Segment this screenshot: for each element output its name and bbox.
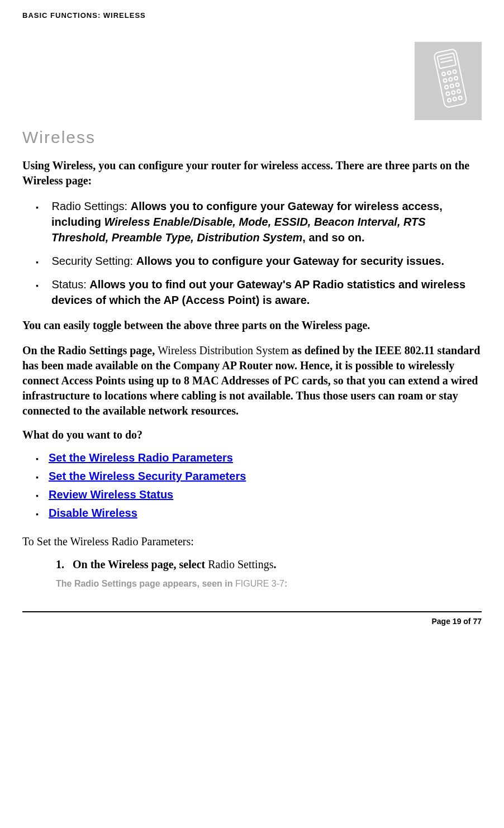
step-bold: On the Wireless page, select — [73, 558, 208, 570]
step-num: 1. — [56, 558, 64, 570]
svg-point-10 — [445, 85, 449, 89]
figure-number: FIGURE 3-7 — [235, 579, 284, 588]
link-item: Set the Wireless Radio Parameters — [22, 451, 482, 464]
bullet-label: Radio Settings: — [52, 200, 131, 212]
bullet-label: Status: — [52, 278, 90, 291]
link-item: Set the Wireless Security Parameters — [22, 470, 482, 483]
svg-line-3 — [441, 60, 453, 63]
page-number: Page 19 of 77 — [432, 617, 482, 626]
running-header: BASIC FUNCTIONS: WIRELESS — [22, 11, 482, 20]
parts-bullet-list: Radio Settings: Allows you to configure … — [22, 198, 482, 308]
svg-point-5 — [447, 71, 451, 75]
wds-prefix: On the Radio Settings page, — [22, 344, 158, 356]
step-1: 1. On the Wireless page, select Radio Se… — [22, 558, 482, 571]
section-title: Wireless — [22, 128, 482, 147]
wds-normal: Wireless Distribution System — [158, 344, 289, 356]
link-item: Review Wireless Status — [22, 488, 482, 501]
figure-suffix: : — [284, 579, 287, 588]
bullet-radio-settings: Radio Settings: Allows you to configure … — [22, 198, 482, 245]
bullet-text-after: , and so on. — [302, 231, 364, 244]
svg-point-7 — [443, 79, 447, 83]
svg-point-13 — [446, 92, 450, 96]
bullet-status: Status: Allows you to find out your Gate… — [22, 277, 482, 308]
bullet-label: Security Setting: — [52, 255, 136, 267]
step-trail: . — [273, 558, 276, 570]
svg-point-18 — [458, 96, 462, 100]
procedure-heading: To Set the Wireless Radio Parameters: — [22, 535, 482, 548]
wds-paragraph: On the Radio Settings page, Wireless Dis… — [22, 343, 482, 418]
svg-point-17 — [453, 97, 457, 101]
link-set-radio-params[interactable]: Set the Wireless Radio Parameters — [49, 451, 233, 464]
svg-point-11 — [450, 84, 454, 88]
svg-point-6 — [453, 70, 457, 74]
figure-prefix: The Radio Settings page appears, seen in — [56, 579, 235, 588]
svg-point-4 — [442, 72, 446, 76]
svg-point-16 — [448, 98, 451, 102]
bullet-text: Allows you to find out your Gateway's AP… — [51, 278, 465, 306]
link-disable-wireless[interactable]: Disable Wireless — [49, 507, 137, 519]
intro-text: Using Wireless, you can configure your r… — [22, 158, 482, 188]
phone-icon-box — [415, 42, 482, 120]
svg-point-9 — [454, 76, 458, 80]
toggle-paragraph: You can easily toggle between the above … — [22, 318, 482, 333]
bullet-security-setting: Security Setting: Allows you to configur… — [22, 253, 482, 269]
question-heading: What do you want to do? — [22, 429, 482, 441]
svg-point-15 — [457, 89, 461, 93]
bullet-text: Allows you to configure your Gateway for… — [136, 255, 444, 267]
svg-point-8 — [449, 78, 453, 82]
link-item: Disable Wireless — [22, 507, 482, 520]
bullet-italic: Wireless Enable/Disable, Mode, ESSID, Be… — [51, 216, 426, 244]
svg-point-14 — [451, 91, 455, 94]
svg-point-12 — [455, 83, 459, 87]
step-nonbold: Radio Settings — [208, 558, 273, 570]
page-footer: Page 19 of 77 — [22, 611, 482, 626]
link-set-security-params[interactable]: Set the Wireless Security Parameters — [49, 470, 246, 482]
phone-illustration-container — [22, 42, 482, 122]
task-link-list: Set the Wireless Radio Parameters Set th… — [22, 451, 482, 520]
phone-icon — [431, 47, 470, 115]
svg-line-2 — [440, 57, 453, 60]
figure-caption: The Radio Settings page appears, seen in… — [22, 579, 482, 589]
link-review-status[interactable]: Review Wireless Status — [49, 488, 173, 501]
svg-rect-1 — [437, 53, 456, 69]
